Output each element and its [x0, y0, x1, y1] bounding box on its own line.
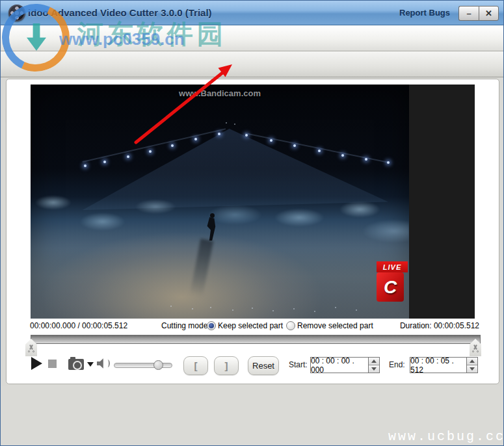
speaker-wave-icon	[106, 360, 110, 367]
duration-text: Duration: 00:00:05.512	[400, 321, 479, 330]
volume-thumb[interactable]	[153, 360, 163, 370]
window-title: idoo Advanced Video Cutter 3.0.0 (Trial)	[28, 7, 212, 18]
end-time-stepper[interactable]	[467, 357, 478, 373]
video-preview: www.Bandicam.com LIVE C	[31, 85, 475, 319]
cutting-mode-label: Cutting mode:	[161, 321, 210, 330]
channel-logo: C	[377, 272, 404, 302]
volume-slider[interactable]	[114, 363, 172, 368]
speaker-icon[interactable]	[97, 358, 106, 369]
start-time-stepper[interactable]	[369, 357, 380, 373]
main-panel: www.Bandicam.com LIVE C 00:00:00.000 / 0…	[6, 79, 499, 384]
remove-part-label[interactable]: Remove selected part	[297, 321, 373, 330]
snapshot-dropdown-caret[interactable]	[87, 362, 94, 367]
play-button[interactable]	[31, 357, 42, 370]
reset-button[interactable]: Reset	[248, 356, 279, 375]
skater-figure	[210, 213, 215, 218]
stop-button[interactable]	[48, 360, 57, 368]
start-time-label: Start:	[289, 360, 308, 369]
end-spin-down-icon[interactable]	[467, 365, 477, 373]
close-button[interactable]: ✕	[479, 6, 499, 21]
letterbox-bar	[409, 85, 475, 319]
video-frame: www.Bandicam.com LIVE C	[31, 85, 409, 319]
snapshot-camera-button[interactable]	[68, 359, 84, 370]
title-bar: idoo Advanced Video Cutter 3.0.0 (Trial)…	[1, 1, 504, 25]
keep-part-label[interactable]: Keep selected part	[218, 321, 283, 330]
radio-keep-selected-part[interactable]	[207, 321, 216, 330]
end-time-field[interactable]: 00 : 00 : 05 . 512	[410, 357, 467, 373]
start-spin-down-icon[interactable]	[369, 365, 379, 373]
start-spin-up-icon[interactable]	[369, 358, 379, 365]
tab-bar: Cut Crop Effect WaterMark ST Subtitle Ad…	[1, 51, 504, 77]
end-spin-up-icon[interactable]	[467, 358, 477, 365]
set-end-bracket-button[interactable]: ]	[214, 356, 239, 375]
live-badge: LIVE	[377, 261, 408, 272]
radio-remove-selected-part[interactable]	[286, 321, 295, 330]
start-time-field[interactable]: 00 : 00 : 00 . 000	[310, 357, 369, 373]
playback-position: 00:00:00.000 / 00:00:05.512	[30, 321, 127, 330]
output-section: Output Format: Keep Original Video Forma…	[1, 386, 504, 446]
toolbar: Add File D:\tools\桌面\新视频\Example.mkv	[1, 25, 504, 51]
minimize-button[interactable]: –	[458, 6, 479, 21]
timeline-track[interactable]	[31, 335, 481, 344]
film-reel-app-icon	[8, 5, 25, 21]
set-start-bracket-button[interactable]: [	[183, 356, 208, 375]
app-window: idoo Advanced Video Cutter 3.0.0 (Trial)…	[0, 0, 504, 446]
bandicam-watermark: www.Bandicam.com	[31, 88, 409, 98]
end-time-label: End:	[389, 360, 405, 369]
report-bugs-link[interactable]: Report Bugs	[399, 8, 450, 18]
